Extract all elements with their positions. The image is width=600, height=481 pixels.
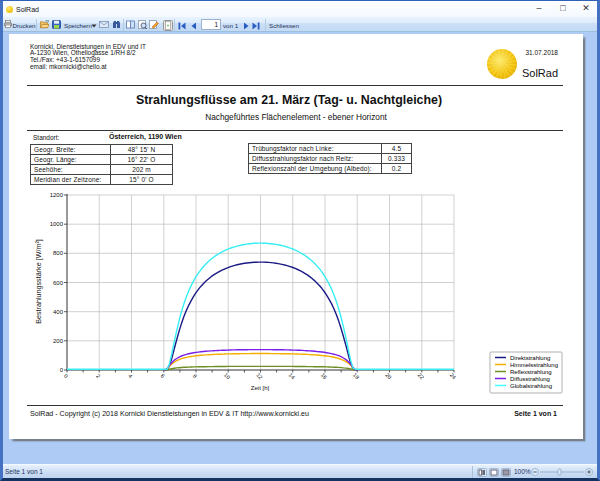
svg-text:10: 10 (223, 372, 232, 381)
svg-text:Himmelsstrahlung: Himmelsstrahlung (510, 362, 558, 368)
svg-text:Bestrahlungsstärke [W/m²]: Bestrahlungsstärke [W/m²] (34, 239, 43, 324)
svg-text:12: 12 (255, 372, 264, 381)
svg-text:2: 2 (95, 373, 101, 379)
svg-text:0: 0 (60, 367, 64, 373)
svg-text:Reflexstrahlung: Reflexstrahlung (510, 369, 552, 375)
svg-text:18: 18 (352, 372, 361, 381)
svg-text:Direktstrahlung: Direktstrahlung (510, 355, 550, 361)
svg-text:600: 600 (53, 280, 64, 286)
svg-text:22: 22 (417, 372, 426, 381)
svg-text:Zeit [h]: Zeit [h] (251, 385, 270, 391)
svg-text:0: 0 (63, 373, 69, 379)
svg-text:16: 16 (320, 372, 329, 381)
svg-text:800: 800 (53, 250, 64, 256)
svg-text:20: 20 (384, 372, 393, 381)
svg-text:1200: 1200 (50, 192, 64, 198)
svg-text:1000: 1000 (50, 221, 64, 227)
svg-text:200: 200 (53, 338, 64, 344)
svg-text:4: 4 (127, 373, 133, 379)
svg-text:Diffusstrahlung: Diffusstrahlung (510, 376, 550, 382)
svg-text:400: 400 (53, 309, 64, 315)
svg-text:8: 8 (192, 373, 198, 379)
svg-text:24: 24 (449, 372, 458, 381)
svg-text:Globalstrahlung: Globalstrahlung (510, 383, 552, 389)
svg-text:14: 14 (288, 372, 297, 381)
svg-text:6: 6 (160, 373, 166, 379)
